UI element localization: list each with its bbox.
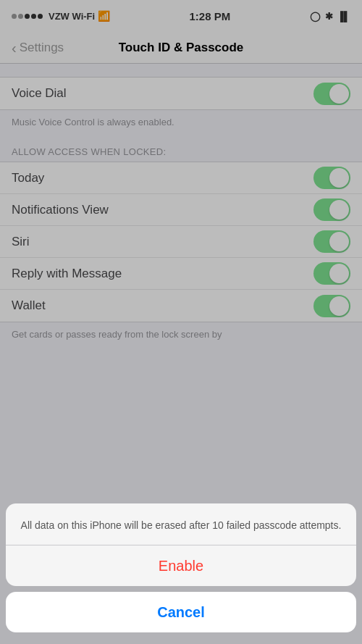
- alert-container: All data on this iPhone will be erased a…: [0, 503, 362, 644]
- cancel-button[interactable]: Cancel: [6, 592, 356, 632]
- alert-box: All data on this iPhone will be erased a…: [6, 503, 356, 586]
- cancel-box: Cancel: [6, 592, 356, 632]
- enable-button[interactable]: Enable: [6, 545, 356, 586]
- alert-message: All data on this iPhone will be erased a…: [6, 503, 356, 545]
